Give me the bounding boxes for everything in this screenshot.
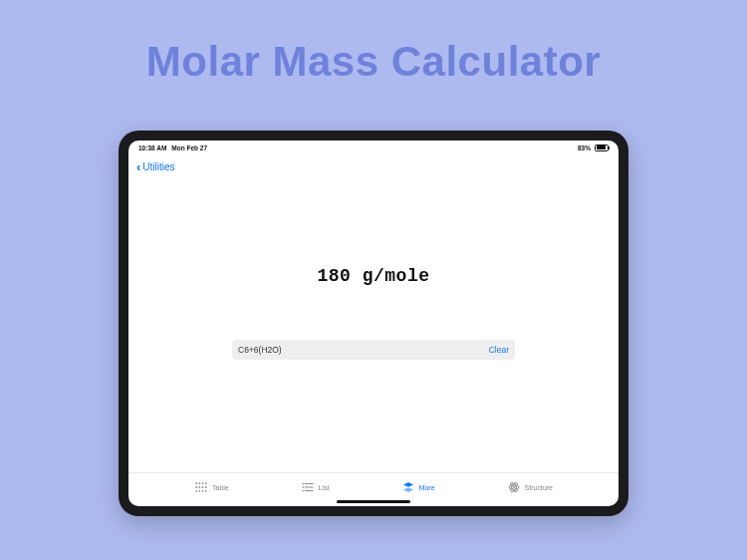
layers-icon: [401, 481, 415, 493]
screen: 10:38 AM Mon Feb 27 83% ‹ Utilities 180 …: [128, 140, 619, 506]
svg-point-23: [513, 486, 515, 488]
tab-label: More: [419, 484, 435, 491]
status-date: Mon Feb 27: [171, 144, 207, 151]
status-right: 83%: [578, 144, 609, 151]
status-bar: 10:38 AM Mon Feb 27 83%: [128, 140, 619, 154]
svg-point-12: [302, 483, 304, 485]
formula-input-row: Clear: [232, 340, 515, 360]
svg-point-5: [199, 486, 201, 488]
page-title: Molar Mass Calculator: [0, 0, 747, 86]
back-button[interactable]: ‹ Utilities: [136, 160, 175, 173]
tab-structure[interactable]: Structure: [507, 481, 553, 493]
svg-point-3: [205, 482, 207, 484]
svg-point-4: [195, 486, 197, 488]
back-label: Utilities: [142, 161, 174, 172]
status-left: 10:38 AM Mon Feb 27: [138, 144, 207, 151]
grid-icon: [194, 481, 208, 493]
svg-point-1: [199, 482, 201, 484]
svg-point-10: [202, 490, 204, 492]
svg-point-14: [302, 486, 304, 488]
svg-point-16: [302, 490, 304, 492]
svg-marker-19: [403, 487, 413, 492]
home-indicator[interactable]: [337, 500, 410, 503]
tab-label: Table: [212, 484, 229, 491]
tab-label: List: [319, 484, 330, 491]
tab-list[interactable]: List: [301, 481, 330, 493]
device-frame: 10:38 AM Mon Feb 27 83% ‹ Utilities 180 …: [119, 131, 628, 516]
chevron-left-icon: ‹: [136, 160, 140, 173]
battery-percent: 83%: [578, 144, 591, 151]
list-icon: [301, 481, 315, 493]
svg-marker-18: [403, 482, 413, 487]
svg-point-0: [195, 482, 197, 484]
svg-point-9: [199, 490, 201, 492]
content-area: 180 g/mole Clear: [128, 178, 619, 472]
nav-bar: ‹ Utilities: [128, 154, 619, 178]
battery-icon: [595, 144, 609, 151]
status-time: 10:38 AM: [138, 144, 166, 151]
clear-button[interactable]: Clear: [483, 345, 509, 355]
svg-point-7: [205, 486, 207, 488]
svg-point-11: [205, 490, 207, 492]
atom-icon: [507, 481, 521, 493]
svg-point-2: [202, 482, 204, 484]
tab-label: Structure: [525, 484, 553, 491]
svg-point-8: [195, 490, 197, 492]
tab-table[interactable]: Table: [194, 481, 229, 493]
svg-point-6: [202, 486, 204, 488]
tab-more[interactable]: More: [401, 481, 435, 493]
molar-mass-result: 180 g/mole: [128, 266, 619, 286]
formula-input[interactable]: [238, 345, 483, 355]
